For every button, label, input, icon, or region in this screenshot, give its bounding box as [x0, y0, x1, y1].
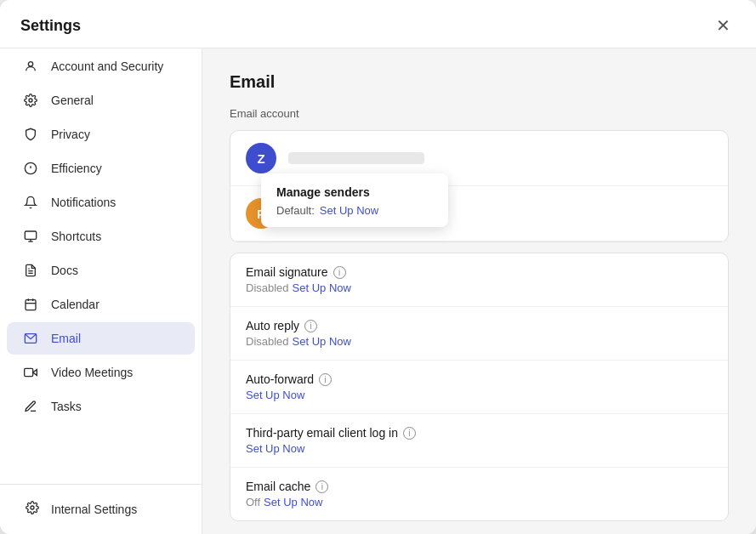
- main-content: Email Email account Z Manage senders Def…: [202, 48, 756, 534]
- svg-rect-5: [25, 231, 36, 239]
- info-icon-3[interactable]: i: [403, 427, 416, 440]
- manage-senders-title: Manage senders: [276, 185, 433, 199]
- settings-row-title-4: Email cache i: [246, 480, 713, 493]
- privacy-icon: [24, 128, 41, 141]
- setup-link-0[interactable]: Set Up Now: [293, 281, 351, 294]
- close-button[interactable]: ✕: [711, 15, 736, 36]
- email-account-card: Z Manage senders Default: Set Up Now P: [230, 130, 729, 242]
- svg-marker-15: [33, 370, 37, 376]
- sidebar-item-email[interactable]: Email: [7, 322, 195, 355]
- sidebar-item-label: Internal Settings: [51, 503, 137, 516]
- sidebar-label-tasks: Tasks: [51, 400, 82, 413]
- settings-row-0: Email signature i Disabled Set Up Now: [230, 253, 728, 307]
- default-label: Default:: [276, 204, 315, 217]
- status-0: Disabled: [246, 281, 289, 294]
- sidebar-item-video-meetings[interactable]: Video Meetings: [7, 356, 195, 389]
- svg-point-0: [28, 62, 32, 66]
- svg-rect-16: [25, 368, 33, 376]
- svg-rect-10: [26, 300, 36, 310]
- docs-icon: [24, 264, 41, 277]
- setup-link-3[interactable]: Set Up Now: [246, 442, 304, 455]
- settings-modal: Settings ✕ Account and SecurityGeneralPr…: [0, 0, 756, 534]
- calendar-icon: [24, 298, 41, 311]
- sidebar-label-docs: Docs: [51, 264, 78, 277]
- sidebar-item-general[interactable]: General: [7, 84, 195, 116]
- sidebar-item-internal-settings[interactable]: Internal Settings: [7, 491, 195, 527]
- sidebar-item-shortcuts[interactable]: Shortcuts: [7, 220, 195, 253]
- modal-header: Settings ✕: [0, 0, 756, 48]
- info-icon-1[interactable]: i: [304, 320, 317, 332]
- settings-row-sub-2: Set Up Now: [246, 389, 713, 401]
- setup-link-2[interactable]: Set Up Now: [246, 389, 304, 401]
- settings-row-sub-0: Disabled Set Up Now: [246, 281, 713, 294]
- settings-row-sub-4: Off Set Up Now: [246, 496, 713, 508]
- shortcuts-icon: [24, 230, 41, 243]
- settings-list: Email signature i Disabled Set Up Now Au…: [230, 253, 729, 521]
- settings-row-sub-3: Set Up Now: [246, 442, 713, 455]
- email-icon: [24, 332, 41, 345]
- sidebar-label-shortcuts: Shortcuts: [51, 230, 101, 243]
- efficiency-icon: [24, 162, 41, 175]
- sidebar-label-video-meetings: Video Meetings: [51, 366, 133, 379]
- modal-body: Account and SecurityGeneralPrivacyEffici…: [0, 48, 756, 534]
- settings-row-title-1: Auto reply i: [246, 319, 713, 332]
- sidebar-item-account-security[interactable]: Account and Security: [7, 50, 195, 82]
- account-row-z[interactable]: Z Manage senders Default: Set Up Now: [230, 131, 728, 186]
- email-account-label: Email account: [230, 107, 729, 120]
- avatar-z: Z: [246, 143, 276, 173]
- sidebar-item-docs[interactable]: Docs: [7, 254, 195, 287]
- sidebar-item-privacy[interactable]: Privacy: [7, 118, 195, 151]
- setup-link-1[interactable]: Set Up Now: [293, 335, 351, 348]
- email-address-z: [288, 152, 424, 164]
- status-1: Disabled: [246, 335, 289, 348]
- general-icon: [24, 94, 41, 107]
- sidebar: Account and SecurityGeneralPrivacyEffici…: [0, 48, 202, 534]
- manage-senders-dropdown: Manage senders Default: Set Up Now: [261, 173, 448, 227]
- settings-row-title-0: Email signature i: [246, 265, 713, 279]
- info-icon-2[interactable]: i: [319, 373, 332, 386]
- sidebar-label-efficiency: Efficiency: [51, 162, 102, 175]
- internal-settings-icon: [24, 501, 41, 518]
- settings-row-title-3: Third-party email client log in i: [246, 426, 713, 440]
- account-security-icon: [24, 60, 41, 73]
- sidebar-label-account-security: Account and Security: [51, 60, 163, 73]
- sidebar-label-notifications: Notifications: [51, 196, 116, 209]
- page-title: Email: [230, 72, 729, 92]
- sidebar-item-tasks[interactable]: Tasks: [7, 390, 195, 423]
- settings-row-4: Email cache i Off Set Up Now: [230, 468, 728, 520]
- notifications-icon: [24, 196, 41, 209]
- svg-point-1: [29, 99, 32, 102]
- sidebar-item-calendar[interactable]: Calendar: [7, 288, 195, 321]
- sidebar-label-calendar: Calendar: [51, 298, 99, 311]
- sidebar-item-efficiency[interactable]: Efficiency: [7, 152, 195, 185]
- sidebar-label-email: Email: [51, 332, 81, 345]
- svg-point-17: [31, 506, 34, 509]
- manage-senders-setup-link[interactable]: Set Up Now: [320, 204, 378, 217]
- settings-row-title-2: Auto-forward i: [246, 372, 713, 386]
- sidebar-label-privacy: Privacy: [51, 128, 90, 141]
- video-meetings-icon: [24, 366, 41, 379]
- info-icon-0[interactable]: i: [333, 266, 346, 279]
- sidebar-label-general: General: [51, 94, 94, 107]
- settings-row-1: Auto reply i Disabled Set Up Now: [230, 307, 728, 361]
- settings-row-3: Third-party email client log in i Set Up…: [230, 414, 728, 468]
- settings-row-sub-1: Disabled Set Up Now: [246, 335, 713, 348]
- status-4: Off: [246, 496, 260, 508]
- settings-row-2: Auto-forward i Set Up Now: [230, 361, 728, 414]
- sidebar-bottom: Internal Settings: [0, 484, 202, 534]
- info-icon-4[interactable]: i: [315, 480, 328, 493]
- setup-link-4[interactable]: Set Up Now: [264, 496, 322, 508]
- tasks-icon: [24, 400, 41, 413]
- modal-title: Settings: [20, 17, 81, 35]
- manage-senders-row: Default: Set Up Now: [276, 204, 433, 217]
- sidebar-item-notifications[interactable]: Notifications: [7, 186, 195, 219]
